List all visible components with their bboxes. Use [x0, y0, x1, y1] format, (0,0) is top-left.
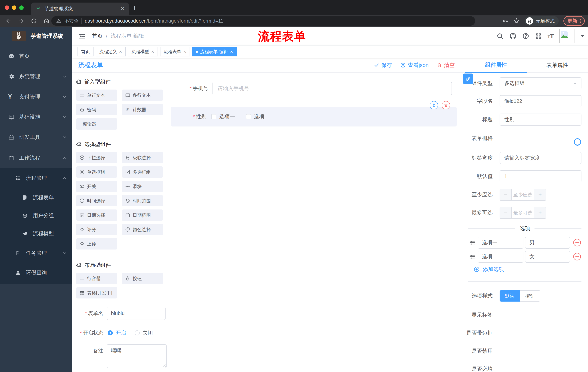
github-icon[interactable]: [509, 32, 517, 40]
component-switch[interactable]: 开关: [76, 181, 117, 192]
stepper-increase-button[interactable]: +: [534, 189, 546, 200]
sidebar-item-dev-tools[interactable]: 研发工具: [0, 128, 73, 146]
tag-close-icon[interactable]: ✕: [183, 50, 187, 54]
address-bar[interactable]: 不安全 dashboard.yudao.iocoder.cn/bpm/manag…: [51, 16, 475, 26]
max-select-value[interactable]: 最多可选: [511, 207, 534, 218]
form-remark-textarea[interactable]: 嘿嘿: [107, 344, 167, 368]
component-single-line-text[interactable]: 单行文本: [76, 90, 117, 101]
font-size-icon[interactable]: TT: [548, 32, 554, 40]
avatar[interactable]: [559, 29, 575, 43]
style-default-button[interactable]: 默认: [500, 290, 520, 302]
tag-process-form-edit[interactable]: 流程表单-编辑 ✕: [192, 47, 237, 56]
component-date-picker[interactable]: 日期选择: [76, 210, 117, 221]
sidebar-item-process-model[interactable]: 流程模型: [0, 224, 73, 243]
checkbox-icon[interactable]: [246, 114, 251, 119]
tab-form-props[interactable]: 表单属性: [527, 58, 588, 73]
fullscreen-icon[interactable]: [535, 32, 542, 40]
tag-process-form[interactable]: 流程表单 ✕: [160, 47, 190, 56]
component-counter[interactable]: 123 计数器: [122, 104, 163, 115]
browser-tab[interactable]: 芋道管理系统 ✕: [31, 2, 129, 15]
default-value-input[interactable]: [500, 170, 581, 182]
sidebar-collapse-icon[interactable]: [78, 32, 86, 40]
component-date-range[interactable]: 日期范围: [122, 210, 163, 221]
checkbox-icon[interactable]: [211, 114, 216, 119]
canvas-field-phone[interactable]: *手机号: [172, 82, 452, 95]
gender-option-2[interactable]: 选项二: [246, 113, 270, 120]
stepper-increase-button[interactable]: +: [534, 207, 546, 218]
forward-icon[interactable]: [18, 18, 24, 24]
option-value-input[interactable]: [525, 251, 570, 263]
gender-option-1[interactable]: 选项一: [211, 113, 235, 120]
component-row-container[interactable]: 行容器: [76, 273, 117, 284]
status-on-radio[interactable]: [108, 330, 113, 335]
sidebar-item-workflow[interactable]: 工作流程: [0, 149, 73, 167]
remove-option-button[interactable]: [573, 253, 581, 260]
component-time-picker[interactable]: 时间选择: [76, 195, 117, 206]
component-rate[interactable]: 评分: [76, 224, 117, 235]
stepper-decrease-button[interactable]: −: [500, 189, 511, 200]
back-icon[interactable]: [5, 18, 12, 24]
style-button-button[interactable]: 按钮: [520, 290, 540, 302]
tag-close-icon[interactable]: ✕: [119, 50, 122, 54]
canvas-field-gender-selected[interactable]: *性别 选项一 选项二: [171, 107, 457, 127]
sidebar-item-home[interactable]: 首页: [0, 47, 73, 65]
search-icon[interactable]: [496, 32, 504, 40]
component-editor[interactable]: 编辑器: [76, 118, 117, 130]
tag-close-icon[interactable]: ✕: [151, 50, 154, 54]
home-icon[interactable]: [43, 18, 50, 24]
component-radio-group[interactable]: 单选框组: [76, 166, 117, 178]
add-option-button[interactable]: 添加选项: [473, 266, 504, 273]
browser-menu-dots-icon[interactable]: [580, 19, 581, 23]
breadcrumb-home[interactable]: 首页: [92, 32, 103, 40]
component-slider[interactable]: 滑块: [122, 181, 163, 192]
phone-input[interactable]: [212, 82, 452, 95]
window-minimize-button[interactable]: [12, 5, 16, 10]
component-time-range[interactable]: 时间范围: [122, 195, 163, 206]
status-off-label[interactable]: 关闭: [143, 329, 153, 336]
component-cascader[interactable]: 级联选择: [122, 152, 163, 163]
sidebar-logo-row[interactable]: 芋道管理系统: [0, 29, 73, 43]
sidebar-item-user-groups[interactable]: 用户分组: [0, 207, 73, 225]
component-password[interactable]: 密码: [76, 104, 117, 115]
tag-close-icon[interactable]: ✕: [230, 50, 233, 54]
drag-handle-icon[interactable]: [469, 253, 476, 260]
avatar-caret-icon[interactable]: [580, 35, 584, 37]
field-name-input[interactable]: [500, 95, 581, 107]
clear-button[interactable]: 清空: [437, 62, 455, 69]
status-off-radio[interactable]: [135, 330, 140, 335]
password-key-icon[interactable]: [502, 18, 508, 24]
title-input[interactable]: [500, 114, 581, 126]
security-label[interactable]: 不安全: [64, 18, 79, 24]
label-width-input[interactable]: [500, 152, 581, 164]
component-type-select[interactable]: 多选框组: [500, 77, 581, 89]
component-checkbox-group[interactable]: 多选框组: [122, 166, 163, 178]
tag-home[interactable]: 首页: [77, 47, 94, 56]
tab-close-icon[interactable]: ✕: [120, 6, 125, 12]
status-on-label[interactable]: 开启: [116, 329, 126, 336]
component-multi-line-text[interactable]: 多行文本: [122, 90, 163, 101]
slider-handle[interactable]: [574, 138, 581, 146]
option-value-input[interactable]: [525, 237, 570, 249]
stepper-decrease-button[interactable]: −: [500, 207, 511, 218]
help-icon[interactable]: [522, 32, 529, 40]
tab-component-props[interactable]: 组件属性: [465, 58, 527, 73]
drag-handle-icon[interactable]: [469, 239, 476, 246]
link-drawer-tab[interactable]: [463, 74, 473, 84]
sidebar-item-infrastructure[interactable]: 基础设施: [0, 108, 73, 126]
component-color-picker[interactable]: 颜色选择: [122, 224, 163, 235]
option-label-input[interactable]: [478, 251, 524, 263]
sidebar-item-payment[interactable]: ¥ 支付管理: [0, 88, 73, 106]
sidebar-item-process-form[interactable]: 流程表单: [0, 189, 73, 207]
option-label-input[interactable]: [478, 237, 524, 249]
component-select[interactable]: 下拉选择: [76, 152, 117, 163]
window-zoom-button[interactable]: [19, 5, 24, 10]
remove-option-button[interactable]: [573, 239, 581, 246]
component-table-dev[interactable]: 表格[开发中]: [76, 287, 117, 298]
sidebar-item-system[interactable]: 系统管理: [0, 67, 73, 85]
browser-update-button[interactable]: 更新: [563, 16, 585, 26]
component-button[interactable]: 按钮: [122, 273, 163, 284]
sidebar-item-task-mgmt[interactable]: 任务管理: [0, 244, 73, 262]
component-upload[interactable]: 上传: [76, 238, 117, 250]
reload-icon[interactable]: [31, 18, 37, 24]
form-name-input[interactable]: [107, 307, 166, 320]
